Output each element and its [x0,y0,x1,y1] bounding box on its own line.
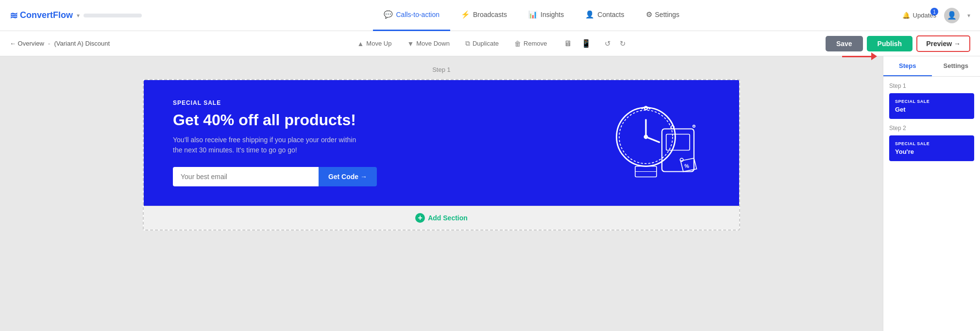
step-1-section: Step 1 SPECIAL SALE Get [889,83,974,119]
canvas-frame[interactable]: SPECIAL SALE Get 40% off all products! Y… [143,79,740,231]
nav-link-cta-label: Calls-to-action [396,11,439,18]
toolbar-right: Save Publish Preview → [826,35,970,52]
step-2-thumbnail[interactable]: SPECIAL SALE You're [889,135,974,161]
svg-text:%: % [684,163,689,169]
step-1-thumb-headline: Get [895,106,968,113]
promo-form: Get Code → [173,167,377,186]
move-down-icon: ▼ [407,40,414,48]
nav-link-contacts-label: Contacts [597,11,624,18]
promo-content: SPECIAL SALE Get 40% off all products! Y… [173,99,584,186]
add-section-bar: + Add Section [144,206,739,230]
contacts-icon: 👤 [585,10,594,19]
nav-link-insights[interactable]: 📊 Insights [518,0,574,31]
toolbar-left: ← Overview - (Variant A) Discount [10,40,110,48]
illustration-svg: % [603,99,710,185]
breadcrumb-current: (Variant A) Discount [54,40,110,47]
bell-icon: 🔔 [902,12,910,19]
toolbar-center: ▲ Move Up ▼ Move Down ⧉ Duplicate 🗑 Remo… [350,36,629,50]
breadcrumb-separator: - [48,40,51,48]
logo-area: ≋ ConvertFlow ▾ [10,10,142,21]
svg-rect-7 [666,134,690,150]
nav-link-contacts[interactable]: 👤 Contacts [574,0,635,31]
svg-point-13 [693,125,695,127]
remove-icon: 🗑 [514,40,521,48]
step-label: Step 1 [10,66,873,73]
nav-link-broadcasts[interactable]: ⚡ Broadcasts [450,0,518,31]
step-1-label: Step 1 [889,83,974,89]
settings-icon: ⚙ [646,10,652,19]
save-button[interactable]: Save [826,36,863,51]
svg-point-4 [644,135,648,139]
insights-icon: 📊 [528,10,538,19]
device-icons: 🖥 📱 [560,36,595,50]
sidebar-content: Step 1 SPECIAL SALE Get Step 2 SPECIAL S… [883,77,980,173]
move-down-button[interactable]: ▼ Move Down [400,37,456,50]
duplicate-label: Duplicate [473,40,499,47]
svg-line-3 [646,137,659,142]
main-layout: Step 1 SPECIAL SALE Get 40% off all prod… [0,56,980,331]
top-nav: ≋ ConvertFlow ▾ 💬 Calls-to-action ⚡ Broa… [0,0,980,31]
move-down-label: Move Down [416,40,450,47]
email-input[interactable] [173,167,319,186]
cta-icon: 💬 [384,10,393,19]
logo-label: ConvertFlow [20,10,73,20]
step-1-thumb-tag: SPECIAL SALE [895,99,968,104]
nav-link-broadcasts-label: Broadcasts [473,11,507,18]
promo-headline: Get 40% off all products! [173,111,584,129]
broadcasts-icon: ⚡ [461,10,470,19]
get-code-button[interactable]: Get Code → [319,167,377,186]
promo-banner[interactable]: SPECIAL SALE Get 40% off all products! Y… [144,80,739,206]
nav-link-settings-label: Settings [655,11,680,18]
tab-settings[interactable]: Settings [932,56,980,76]
move-up-label: Move Up [366,40,391,47]
logo-dropdown-arrow[interactable]: ▾ [77,12,80,19]
promo-illustration: % [603,99,710,186]
canvas-area: Step 1 SPECIAL SALE Get 40% off all prod… [0,56,883,331]
tab-steps[interactable]: Steps [883,56,932,76]
back-link[interactable]: ← Overview [10,40,44,47]
preview-button[interactable]: Preview → [916,35,970,52]
sidebar-tabs: Steps Settings [883,56,980,77]
desktop-icon[interactable]: 🖥 [560,37,575,50]
remove-label: Remove [524,40,547,47]
nav-link-insights-label: Insights [541,11,564,18]
promo-description: You'll also receive free shipping if you… [173,135,357,155]
remove-button[interactable]: 🗑 Remove [507,37,554,50]
duplicate-icon: ⧉ [465,39,470,48]
toolbar: ← Overview - (Variant A) Discount ▲ Move… [0,31,980,56]
updates-badge: 1 [930,8,938,16]
logo-icon: ≋ [10,10,18,21]
add-section-label: Add Section [428,214,468,222]
step-2-thumb-tag: SPECIAL SALE [895,141,968,146]
nav-right: 🔔 Updates 1 👤 ▾ [902,8,970,23]
add-section-button[interactable]: + Add Section [415,213,468,223]
mobile-icon[interactable]: 📱 [577,36,595,50]
right-sidebar: Steps Settings Step 1 SPECIAL SALE Get S… [883,56,980,331]
move-up-icon: ▲ [357,40,364,48]
avatar-dropdown[interactable]: ▾ [967,12,970,19]
step-2-label: Step 2 [889,125,974,132]
undo-button[interactable]: ↺ [601,37,615,50]
nav-link-settings[interactable]: ⚙ Settings [635,0,691,31]
duplicate-button[interactable]: ⧉ Duplicate [458,36,506,50]
publish-button[interactable]: Publish [867,36,913,51]
subdomain-field [84,14,142,17]
nav-links: 💬 Calls-to-action ⚡ Broadcasts 📊 Insight… [161,0,902,31]
logo: ≋ ConvertFlow [10,10,73,21]
avatar[interactable]: 👤 [944,8,960,23]
step-2-section: Step 2 SPECIAL SALE You're [889,125,974,161]
undo-redo: ↺ ↻ [601,37,630,50]
add-section-plus-icon: + [415,213,425,223]
redo-button[interactable]: ↻ [616,37,630,50]
promo-tag: SPECIAL SALE [173,99,584,106]
step-1-thumbnail[interactable]: SPECIAL SALE Get [889,93,974,119]
updates-button[interactable]: 🔔 Updates 1 [902,12,936,19]
move-up-button[interactable]: ▲ Move Up [350,37,398,50]
step-2-thumb-headline: You're [895,148,968,155]
nav-link-cta[interactable]: 💬 Calls-to-action [373,0,450,31]
